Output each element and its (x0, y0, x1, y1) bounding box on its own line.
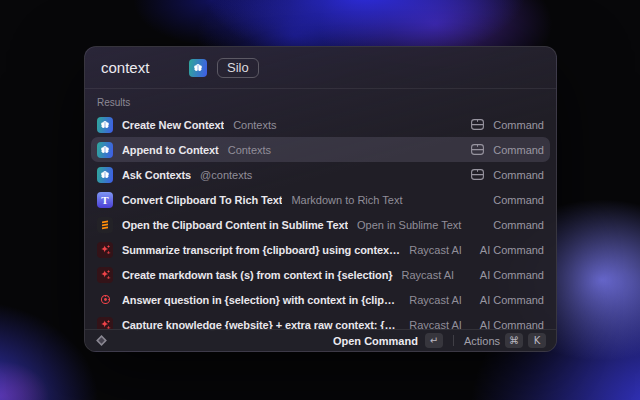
raycast-diamond-icon (95, 334, 108, 347)
open-command-button[interactable]: Open Command ↵ (333, 333, 443, 348)
result-type-label: AI Command (480, 244, 544, 256)
command-palette-window: Silo Results Create New Context Contexts… (84, 46, 557, 352)
result-title: Convert Clipboard To Rich Text (122, 194, 282, 206)
cmd-key: ⌘ (505, 333, 523, 348)
footer-divider (453, 335, 454, 346)
result-subtitle: Open in Sublime Text (357, 219, 461, 231)
search-tag-label: Silo (227, 60, 249, 75)
action-bar: Open Command ↵ Actions ⌘ K (85, 329, 556, 351)
result-title: Answer question in {selection} with cont… (122, 294, 400, 306)
brain-icon (189, 59, 207, 77)
return-key: ↵ (425, 333, 443, 348)
result-row-open-clipboard-sublime[interactable]: Open the Clipboard Content in Sublime Te… (91, 212, 550, 237)
k-key: K (528, 333, 546, 348)
result-type-label: AI Command (480, 269, 544, 281)
ai-sparkle-icon (97, 267, 113, 283)
ai-target-icon (97, 292, 113, 308)
result-row-summarize-transcript[interactable]: Summarize transcript from {clipboard} us… (91, 237, 550, 262)
result-row-answer-question[interactable]: Answer question in {selection} with cont… (91, 287, 550, 312)
results-section-header: Results (85, 89, 556, 112)
actions-label: Actions (464, 335, 500, 347)
result-type-label: Command (493, 169, 544, 181)
primary-action-label: Open Command (333, 335, 418, 347)
result-type-label: Command (493, 119, 544, 131)
result-row-create-new-context[interactable]: Create New Context Contexts Command (91, 112, 550, 137)
result-subtitle: Raycast AI (409, 294, 462, 306)
result-subtitle: @contexts (200, 169, 252, 181)
result-title: Create markdown task (s) from context in… (122, 269, 393, 281)
result-row-convert-clipboard-rich-text[interactable]: T Convert Clipboard To Rich Text Markdow… (91, 187, 550, 212)
result-title: Open the Clipboard Content in Sublime Te… (122, 219, 348, 231)
brain-icon (97, 117, 113, 133)
sublime-text-icon (97, 217, 113, 233)
brain-icon (97, 142, 113, 158)
search-tag-silo[interactable]: Silo (217, 58, 259, 78)
result-subtitle: Raycast AI (402, 269, 455, 281)
rich-text-icon: T (97, 192, 113, 208)
keyboard-icon (471, 144, 484, 155)
result-type-label: Command (493, 144, 544, 156)
result-subtitle: Raycast AI (409, 244, 462, 256)
result-title: Summarize transcript from {clipboard} us… (122, 244, 400, 256)
result-subtitle: Markdown to Rich Text (291, 194, 402, 206)
result-title: Create New Context (122, 119, 224, 131)
result-row-create-markdown-task[interactable]: Create markdown task (s) from context in… (91, 262, 550, 287)
actions-button[interactable]: Actions ⌘ K (464, 333, 546, 348)
rich-text-glyph: T (101, 194, 108, 206)
result-type-label: Command (493, 194, 544, 206)
ai-sparkle-icon (97, 242, 113, 258)
result-type-label: AI Command (480, 294, 544, 306)
result-subtitle: Contexts (233, 119, 276, 131)
result-row-append-to-context[interactable]: Append to Context Contexts Command (91, 137, 550, 162)
keyboard-icon (471, 169, 484, 180)
result-title: Append to Context (122, 144, 219, 156)
keyboard-icon (471, 119, 484, 130)
brain-icon (97, 167, 113, 183)
result-type-label: Command (493, 219, 544, 231)
result-subtitle: Contexts (228, 144, 271, 156)
result-row-ask-contexts[interactable]: Ask Contexts @contexts Command (91, 162, 550, 187)
search-bar: Silo (85, 47, 556, 89)
result-title: Ask Contexts (122, 169, 191, 181)
